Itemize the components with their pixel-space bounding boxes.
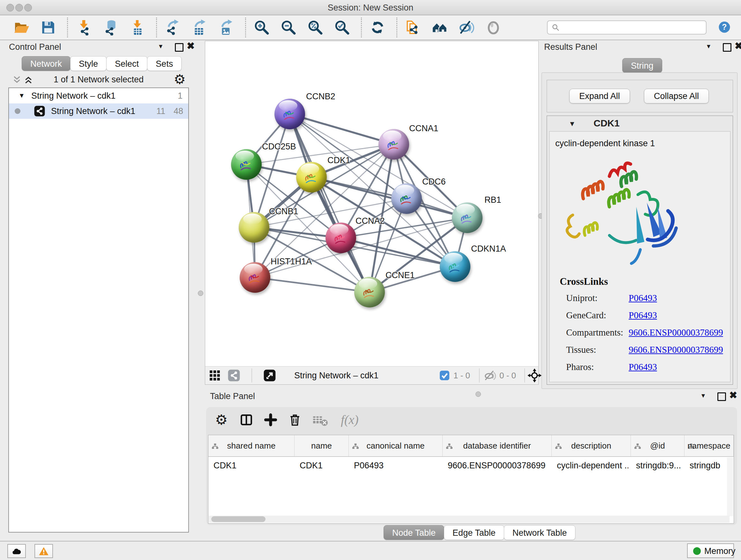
export-table-button[interactable]	[191, 18, 209, 37]
results-panel-collapse-icon[interactable]: ▾	[707, 42, 711, 51]
import-table-from-file-button[interactable]	[129, 18, 146, 37]
export-network-button[interactable]	[164, 18, 182, 37]
network-collection-row[interactable]: ▼ String Network – cdk1 1	[9, 88, 188, 104]
crosslink-link[interactable]: P06493	[629, 293, 657, 303]
cdk1-section-header[interactable]: ▼ CDK1	[547, 116, 733, 131]
column-header-namespace[interactable]: namespace	[684, 435, 734, 456]
node-CDK1[interactable]	[296, 162, 327, 192]
detach-view-icon[interactable]	[263, 369, 276, 382]
edge-HIST1H1A-CCNE1[interactable]	[255, 277, 369, 292]
tab-select[interactable]: Select	[106, 56, 147, 71]
tab-network[interactable]: Network	[22, 56, 71, 71]
table-row[interactable]: CDK1CDK1P064939606.ENSP00000378699cyclin…	[208, 457, 734, 474]
tab-sets[interactable]: Sets	[147, 56, 182, 71]
results-panel-float-icon[interactable]	[723, 43, 731, 52]
column-header-name[interactable]: name	[294, 435, 349, 456]
tab-node-table[interactable]: Node Table	[384, 525, 444, 540]
show-graphics-details-button[interactable]	[485, 18, 502, 37]
zoom-selected-button[interactable]	[333, 18, 351, 37]
crosslink-link[interactable]: P06493	[629, 310, 657, 320]
node-CDC25B[interactable]	[231, 149, 262, 180]
cell--id[interactable]: stringdb:9...	[636, 461, 682, 471]
control-panel-close-icon[interactable]: ✖	[187, 42, 195, 50]
node-CDKN1A[interactable]	[440, 251, 470, 282]
table-vertical-scrollbar[interactable]	[727, 457, 733, 516]
apply-layout-button[interactable]	[369, 18, 387, 37]
crosslink-link[interactable]: 9606.ENSP00000378699	[629, 345, 723, 355]
node-CCNA1[interactable]	[379, 129, 409, 160]
grid-view-icon[interactable]	[208, 369, 221, 382]
cell-shared-name[interactable]: CDK1	[213, 461, 292, 471]
export-image-button[interactable]	[218, 18, 235, 37]
left-splitter-handle[interactable]	[198, 291, 203, 296]
crosslink-link[interactable]: 9606.ENSP00000378699	[629, 327, 723, 338]
node-CCNE1[interactable]	[354, 277, 385, 307]
cell-database-identifier[interactable]: 9606.ENSP00000378699	[448, 461, 549, 471]
zoom-in-button[interactable]	[253, 18, 271, 37]
crosslink-link[interactable]: P06493	[629, 362, 657, 372]
crosslink-row: Tissues: 9606.ENSP00000378699	[566, 345, 726, 357]
network-view-icon[interactable]	[227, 369, 240, 382]
crosslink-label: Tissues:	[566, 345, 596, 355]
birdseye-crosshair-icon[interactable]	[528, 368, 542, 382]
hide-graphics-details-button[interactable]	[458, 18, 476, 37]
table-panel-float-icon[interactable]	[718, 392, 726, 401]
open-session-button[interactable]	[13, 18, 30, 37]
warnings-button[interactable]	[35, 544, 53, 558]
column-header-canonical-name[interactable]: canonical name	[349, 435, 443, 456]
selected-checkbox-icon[interactable]	[439, 370, 450, 381]
import-network-from-database-button[interactable]	[102, 18, 120, 37]
scrollbar-thumb[interactable]	[211, 516, 266, 522]
table-panel-collapse-icon[interactable]: ▾	[701, 391, 705, 400]
control-panel-float-icon[interactable]	[175, 43, 184, 52]
column-header--id[interactable]: @id	[631, 435, 684, 456]
zoom-selected-icon	[334, 19, 350, 36]
home-networks-button[interactable]	[431, 18, 449, 37]
collapse-all-button[interactable]: Collapse All	[644, 89, 709, 104]
show-columns-icon[interactable]	[239, 413, 253, 427]
table-options-gear-icon[interactable]: ⚙	[215, 413, 229, 427]
zoom-fit-button[interactable]	[307, 18, 325, 37]
expand-all-button[interactable]: Expand All	[569, 89, 630, 104]
node-CCNB1[interactable]	[239, 212, 269, 243]
memory-button[interactable]: Memory	[687, 543, 734, 558]
table-panel-close-icon[interactable]: ✖	[729, 391, 737, 399]
collection-expander-icon[interactable]: ▼	[18, 92, 25, 99]
tab-style[interactable]: Style	[70, 56, 107, 71]
cell-description[interactable]: cyclin-dependent ...	[557, 461, 628, 471]
cloud-icon	[11, 546, 22, 557]
tab-network-table[interactable]: Network Table	[504, 525, 576, 540]
cell-canonical-name[interactable]: P06493	[354, 461, 440, 471]
column-header-shared-name[interactable]: shared name	[208, 435, 294, 456]
network-canvas[interactable]: CCNB2 CCNA1 CDC25B CDK1 CDC6 RB1CCNB1 CC…	[205, 41, 538, 367]
network-from-document-button[interactable]	[404, 18, 422, 37]
control-panel-collapse-icon[interactable]: ▾	[159, 42, 162, 51]
node-CCNB2[interactable]	[274, 99, 305, 129]
node-RB1[interactable]	[452, 202, 482, 233]
network-row-selected[interactable]: String Network – cdk1 11 48	[9, 104, 188, 119]
table-horizontal-scrollbar[interactable]	[209, 516, 730, 523]
protein-structure-image	[559, 154, 696, 272]
node-CDC6[interactable]	[391, 183, 422, 214]
tab-string[interactable]: String	[622, 58, 662, 73]
cdk1-expander-icon[interactable]: ▼	[569, 120, 576, 128]
node-HIST1H1A[interactable]	[240, 262, 270, 293]
import-network-from-file-button[interactable]	[75, 18, 93, 37]
add-column-icon[interactable]	[264, 413, 278, 427]
zoom-out-button[interactable]	[280, 18, 298, 37]
tab-edge-table[interactable]: Edge Table	[444, 525, 504, 540]
column-header-description[interactable]: description	[552, 435, 631, 456]
cloud-button[interactable]	[7, 544, 26, 558]
node-CCNA2[interactable]	[326, 223, 356, 253]
delete-column-trash-icon[interactable]	[288, 413, 302, 427]
search-input[interactable]	[547, 20, 706, 35]
cell-name[interactable]: CDK1	[300, 461, 346, 471]
edge-CCNB2-CCNA1[interactable]	[290, 114, 394, 144]
results-panel-close-icon[interactable]: ✖	[735, 42, 741, 50]
network-options-gear-icon[interactable]: ⚙	[174, 73, 186, 86]
column-header-database-identifier[interactable]: database identifier	[443, 435, 552, 456]
help-button[interactable]: ?	[716, 19, 733, 36]
cell-namespace[interactable]: stringdb	[690, 461, 731, 471]
save-session-button[interactable]	[40, 18, 57, 37]
results-panel-header: Results Panel ▾ ✖	[544, 42, 739, 55]
